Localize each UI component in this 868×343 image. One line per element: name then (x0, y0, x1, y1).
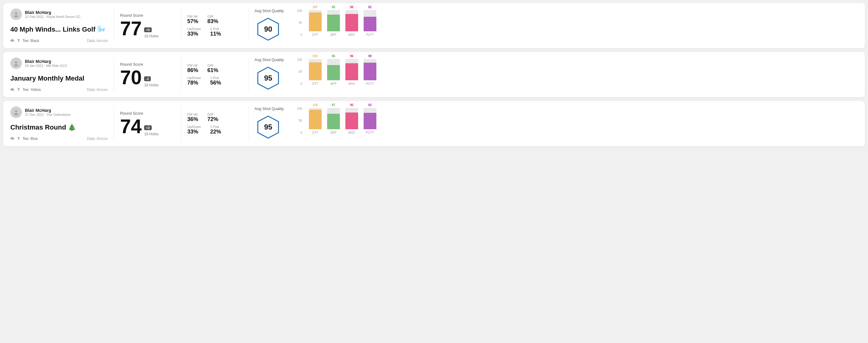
bar-label: OTT (312, 82, 318, 86)
gir-value: 61% (207, 67, 218, 73)
stat-fw-hit: FW Hit 36% (187, 113, 198, 123)
bar-group-arg: 98 ARG (345, 5, 358, 36)
bar-value: 110 (313, 103, 318, 107)
bar-value: 95 (350, 103, 353, 107)
stat-gir: GIR 83% (207, 14, 218, 25)
bar-value: 98 (350, 5, 353, 9)
user-details: Blair McHarg 12 Feb 2022 · Royal North D… (25, 10, 81, 19)
updown-value: 33% (187, 31, 201, 37)
stats-row-bottom: Up/Down 33% 1 Putt 22% (187, 125, 242, 135)
hexagon-container: 95 (254, 64, 282, 92)
score-row: 70 -2 18 Holes (120, 68, 175, 87)
divider (114, 8, 114, 43)
quality-label: Avg Shot Quality (254, 106, 284, 111)
bar-group-ott: 101 OTT (309, 55, 322, 86)
gir-value: 83% (207, 18, 218, 25)
hexagon-container: 90 (254, 15, 282, 43)
svg-rect-8 (17, 88, 20, 89)
bar-fill (364, 17, 376, 31)
svg-point-11 (14, 113, 18, 115)
divider (181, 8, 181, 43)
bar-value: 107 (313, 5, 318, 9)
quality-label: Avg Shot Quality (254, 58, 284, 62)
y-label: 100 (297, 58, 302, 61)
bar-wrapper (364, 108, 376, 129)
quality-value: 95 (264, 74, 272, 83)
bar-wrapper (364, 10, 376, 31)
y-label: 0 (297, 82, 302, 86)
y-label: 0 (297, 131, 302, 134)
stat-gir: GIR 72% (207, 113, 218, 123)
user-name: Blair McHarg (25, 59, 67, 64)
round-card: Blair McHarg 27 Dec 2021 · The Oxfordshi… (3, 101, 865, 146)
y-label: 50 (297, 119, 302, 122)
bar-label: ARG (348, 131, 355, 134)
bar-fill (327, 14, 340, 31)
card-left-section: Blair McHarg 12 Feb 2022 · Royal North D… (10, 8, 107, 43)
chart-y-labels: 100500 (297, 9, 302, 36)
divider (181, 106, 181, 141)
bar-group-arg: 96 ARG (345, 55, 358, 86)
holes-text: 18 Holes (144, 34, 158, 38)
bar-group-app: 86 APP (327, 55, 340, 86)
svg-point-5 (15, 61, 17, 64)
bar-label: PUTT (366, 131, 374, 134)
updown-label: Up/Down (187, 76, 201, 80)
user-info: Blair McHarg 29 Jan 2022 · Mill Ride GCC (10, 58, 107, 69)
score-number: 70 (120, 68, 142, 87)
quality-section: Avg Shot Quality 95 (254, 106, 294, 141)
round-title: January Monthly Medal (10, 74, 107, 83)
quality-section: Avg Shot Quality 95 (254, 58, 294, 92)
tee-label: Tee: Black (23, 39, 39, 43)
tee-icon (17, 136, 21, 141)
bar-fill (345, 14, 358, 31)
divider (114, 106, 114, 141)
quality-section: Avg Shot Quality 90 (254, 8, 294, 43)
score-label: Round Score (120, 111, 175, 116)
bar-value: 93 (368, 103, 372, 107)
y-label: 50 (297, 70, 302, 73)
bar-wrapper (327, 59, 340, 80)
bar-wrapper (364, 59, 376, 80)
bar-chart: 100500 101 OTT 86 APP 96 ARG 99 (297, 58, 858, 92)
fw-hit-value: 36% (187, 116, 198, 123)
y-label: 50 (297, 21, 302, 24)
updown-value: 33% (187, 129, 201, 135)
score-badge: +2 (144, 125, 152, 130)
stats-row-top: FW Hit 57% GIR 83% (187, 14, 242, 25)
divider (181, 58, 181, 92)
avatar (10, 106, 22, 118)
bottom-info: Tee: Black Data: Arccos (10, 39, 107, 43)
user-info: Blair McHarg 27 Dec 2021 · The Oxfordshi… (10, 106, 107, 118)
stat-one-putt: 1 Putt 22% (210, 125, 221, 135)
stat-updown: Up/Down 33% (187, 27, 201, 37)
score-label: Round Score (120, 62, 175, 67)
divider (248, 106, 248, 141)
stats-row-bottom: Up/Down 78% 1 Putt 56% (187, 76, 242, 86)
one-putt-label: 1 Putt (210, 125, 221, 129)
bar-fill (364, 113, 376, 129)
score-number: 74 (120, 117, 142, 136)
svg-point-1 (14, 15, 18, 17)
stat-one-putt: 1 Putt 11% (210, 27, 221, 37)
score-badge: -2 (144, 76, 151, 81)
bar-value: 99 (368, 55, 372, 58)
quality-value: 95 (264, 123, 272, 131)
user-details: Blair McHarg 27 Dec 2021 · The Oxfordshi… (25, 108, 70, 117)
divider (114, 58, 114, 92)
svg-rect-3 (17, 39, 20, 40)
bar-wrapper (327, 108, 340, 129)
svg-point-6 (14, 64, 18, 66)
updown-label: Up/Down (187, 125, 201, 129)
stats-section: FW Hit 36% GIR 72% Up/Down 33% 1 Putt 22… (187, 106, 242, 141)
tee-info: Tee: Blue (10, 136, 38, 141)
bar-value: 95 (332, 5, 335, 9)
stat-one-putt: 1 Putt 56% (210, 76, 221, 86)
bar-group-ott: 110 OTT (309, 103, 322, 134)
bar-group-putt: 99 PUTT (364, 55, 376, 86)
round-card: Blair McHarg 12 Feb 2022 · Royal North D… (3, 3, 865, 48)
bar-fill (327, 114, 340, 129)
bar-fill (309, 62, 322, 80)
score-section: Round Score 70 -2 18 Holes (120, 58, 175, 92)
one-putt-label: 1 Putt (210, 76, 221, 80)
